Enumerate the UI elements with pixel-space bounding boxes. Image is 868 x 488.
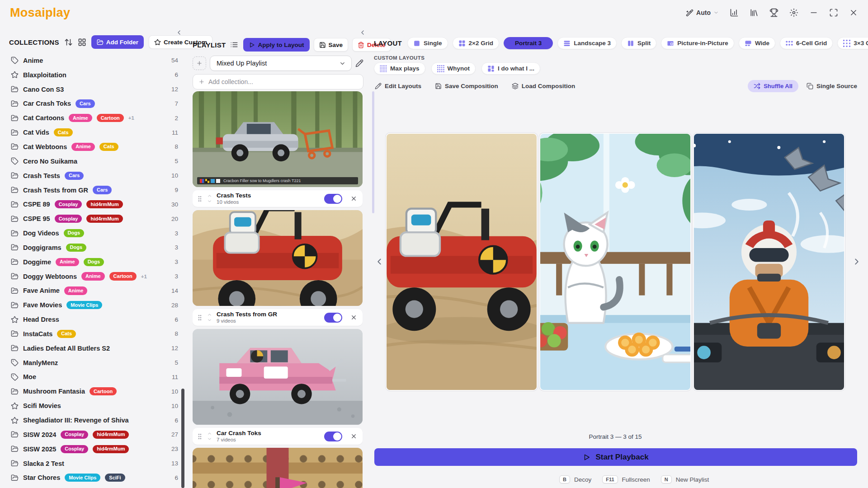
auto-mode-dropdown[interactable]: Auto [686, 9, 719, 17]
layout-option-wide[interactable]: Wide [739, 37, 775, 49]
trophy-icon[interactable] [769, 8, 778, 17]
start-playback-button[interactable]: Start Playback [374, 448, 857, 466]
star-icon [11, 402, 19, 410]
sort-arrows-icon[interactable] [64, 38, 73, 47]
collection-row[interactable]: Crash Tests from GRCars9 [0, 183, 180, 197]
enable-toggle[interactable] [324, 432, 342, 441]
move-down-icon[interactable] [207, 436, 212, 441]
collection-row[interactable]: Cat VidsCats11 [0, 125, 180, 140]
layout-option-portrait-3[interactable]: Portrait 3 [504, 37, 553, 49]
collection-row[interactable]: Mushroom FantasiaCartoon10 [0, 384, 180, 399]
add-collection-input[interactable] [208, 78, 358, 85]
new-playlist-button[interactable] [193, 56, 206, 70]
grid-view-icon[interactable] [78, 38, 86, 47]
collection-row[interactable]: Star ChoresMovie ClipsSciFi6 [0, 470, 180, 485]
load-composition-button[interactable]: Load Composition [512, 83, 576, 89]
collection-row[interactable]: Cat CartoonsAnimeCartoon+12 [0, 111, 180, 125]
gear-icon[interactable] [789, 8, 798, 17]
collection-row[interactable]: Scifi Movies10 [0, 399, 180, 413]
collection-row[interactable]: Shegladiator III: Revenge of Shiva6 [0, 413, 180, 427]
collection-row[interactable]: Dog VideosDogs3 [0, 226, 180, 240]
apply-to-layout-button[interactable]: Apply to Layout [243, 38, 310, 52]
list-icon[interactable] [230, 41, 238, 49]
collection-row[interactable]: Ladies Defeat All Butlers S212 [0, 341, 180, 356]
move-down-icon[interactable] [207, 199, 212, 204]
collection-row[interactable]: SISW 2025Cosplayhid4rmMum23 [0, 442, 180, 456]
save-composition-button[interactable]: Save Composition [435, 83, 498, 89]
collection-row[interactable]: Anime54 [0, 53, 180, 68]
collection-row[interactable]: Doggy WebtoonsAnimeCartoon+13 [0, 269, 180, 284]
close-icon[interactable] [849, 8, 858, 17]
preview-cell-1[interactable] [386, 133, 538, 391]
playlist-item-thumbnail[interactable] [193, 448, 363, 488]
collection-row[interactable]: Slacka 2 Test13 [0, 456, 180, 471]
previous-layout-arrow[interactable] [374, 257, 384, 267]
playlist-select[interactable]: Mixed Up Playlist [210, 56, 352, 71]
rename-playlist-icon[interactable] [355, 59, 363, 67]
playlist-item-thumbnail[interactable] [193, 210, 363, 306]
enable-toggle[interactable] [324, 313, 342, 323]
collection-row[interactable]: Car Crash ToksCars7 [0, 97, 180, 111]
layout-option-landscape-3[interactable]: Landscape 3 [557, 37, 617, 49]
move-up-icon[interactable] [207, 193, 212, 198]
collection-row[interactable]: Blaxploitation6 [0, 68, 180, 82]
drag-handle-icon[interactable] [196, 433, 203, 440]
next-layout-arrow[interactable] [852, 257, 862, 267]
collection-row[interactable]: Cano Con S312 [0, 82, 180, 97]
collection-row[interactable]: SISW 2024Cosplayhid4rmMum27 [0, 427, 180, 442]
star-icon [11, 417, 19, 424]
collection-row[interactable]: Cat WebtoonsAnimeCats8 [0, 140, 180, 154]
library-icon[interactable] [750, 8, 759, 17]
collection-row[interactable]: DoggigramsDogs3 [0, 240, 180, 255]
move-down-icon[interactable] [207, 318, 212, 323]
collection-row[interactable]: DoggimeAnimeDogs3 [0, 255, 180, 269]
layout-option-6-cell-grid[interactable]: 6-Cell Grid [780, 37, 833, 49]
enable-toggle[interactable] [324, 194, 342, 204]
add-collection-box[interactable] [193, 74, 363, 89]
playlist-item-row: Car Crash Toks7 videos [193, 428, 363, 445]
move-up-icon[interactable] [207, 312, 212, 317]
custom-layout-1[interactable]: Max plays [374, 62, 425, 75]
layout-option-2-2-grid[interactable]: 2×2 Grid [453, 37, 499, 49]
move-up-icon[interactable] [207, 431, 212, 436]
remove-item-icon[interactable] [350, 433, 357, 440]
layout-option-split[interactable]: Split [621, 37, 656, 49]
save-playlist-button[interactable]: Save [314, 38, 349, 52]
collection-row[interactable]: Cero No Suikama5 [0, 154, 180, 169]
custom-layout-2[interactable]: Whynot [431, 62, 476, 75]
playlist-item-thumbnail[interactable]: Cracbon Filler sow to Mugdlers crash T22… [193, 91, 363, 187]
drag-handle-icon[interactable] [196, 195, 203, 202]
bar-chart-icon[interactable] [730, 8, 739, 17]
collection-row[interactable]: Moe11 [0, 370, 180, 385]
collection-row[interactable]: CSPE 95Cosplayhid4rmMum20 [0, 211, 180, 226]
shortcut-item: NNew Playlist [661, 475, 709, 483]
shortcut-key: N [661, 475, 672, 483]
single-source-button[interactable]: Single Source [807, 83, 857, 89]
edit-layouts-button[interactable]: Edit Layouts [375, 83, 421, 89]
playlist-item-thumbnail[interactable] [193, 329, 363, 425]
minimize-icon[interactable] [809, 8, 818, 17]
shuffle-all-button[interactable]: Shuffle All [748, 80, 798, 92]
preview-cell-3[interactable] [693, 133, 845, 391]
collections-scrollbar[interactable] [181, 389, 184, 488]
drag-handle-icon[interactable] [196, 314, 203, 321]
fullscreen-icon[interactable] [829, 8, 838, 17]
custom-layout-3[interactable]: I do what I ... [481, 62, 540, 75]
collection-row[interactable]: Head Dress6 [0, 312, 180, 327]
add-folder-button[interactable]: Add Folder [91, 35, 144, 49]
collection-row[interactable]: Crash TestsCars10 [0, 169, 180, 183]
collection-row[interactable]: Fave AnimeAnime14 [0, 284, 180, 298]
collapse-playlist-icon[interactable] [359, 29, 366, 36]
collection-row[interactable]: ManlyMenz5 [0, 356, 180, 370]
collection-row[interactable]: InstaCatsCats8 [0, 327, 180, 341]
preview-cell-2[interactable] [539, 133, 691, 391]
collection-row[interactable]: Fave MoviesMovie Clips28 [0, 298, 180, 312]
playlist-item-count: 7 videos [217, 437, 261, 443]
remove-item-icon[interactable] [350, 195, 357, 202]
collection-row[interactable]: CSPE 89Cosplayhid4rmMum30 [0, 197, 180, 211]
custom-icon [487, 65, 495, 72]
remove-item-icon[interactable] [350, 314, 357, 321]
layout-option-picture-in-picture[interactable]: Picture-in-Picture [661, 37, 734, 49]
layout-option-3-3-grid[interactable]: 3×3 Grid [837, 37, 868, 49]
layout-option-single[interactable]: Single [407, 37, 448, 49]
